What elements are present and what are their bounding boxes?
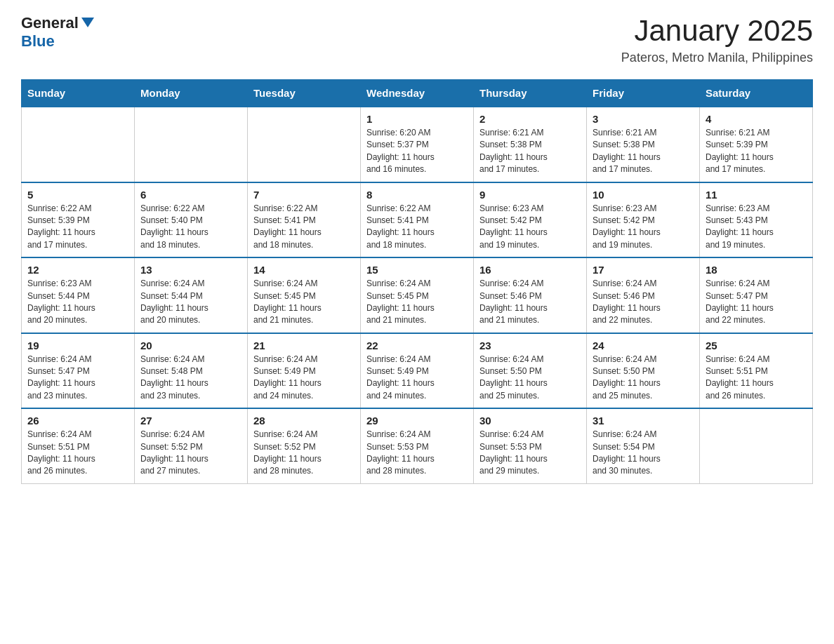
day-number: 7 [253, 189, 355, 201]
day-info: Sunrise: 6:24 AMSunset: 5:53 PMDaylight:… [366, 429, 468, 478]
table-row: 14Sunrise: 6:24 AMSunset: 5:45 PMDayligh… [248, 257, 361, 333]
table-row: 15Sunrise: 6:24 AMSunset: 5:45 PMDayligh… [361, 257, 474, 333]
day-number: 5 [27, 189, 128, 201]
table-row: 30Sunrise: 6:24 AMSunset: 5:53 PMDayligh… [474, 408, 587, 483]
table-row [22, 107, 135, 182]
day-number: 20 [140, 340, 241, 351]
day-number: 9 [479, 189, 581, 201]
day-info: Sunrise: 6:22 AMSunset: 5:41 PMDaylight:… [366, 203, 468, 252]
day-number: 2 [479, 113, 581, 125]
day-info: Sunrise: 6:24 AMSunset: 5:51 PMDaylight:… [706, 354, 807, 403]
day-number: 14 [253, 264, 355, 276]
table-row: 27Sunrise: 6:24 AMSunset: 5:52 PMDayligh… [135, 408, 248, 483]
table-row: 25Sunrise: 6:24 AMSunset: 5:51 PMDayligh… [700, 333, 813, 409]
month-year-title: January 2025 [621, 14, 813, 48]
col-tuesday: Tuesday [248, 80, 361, 107]
calendar-table: Sunday Monday Tuesday Wednesday Thursday… [21, 79, 813, 484]
table-row: 31Sunrise: 6:24 AMSunset: 5:54 PMDayligh… [587, 408, 700, 483]
day-number: 10 [593, 189, 694, 201]
table-row: 7Sunrise: 6:22 AMSunset: 5:41 PMDaylight… [248, 182, 361, 258]
day-info: Sunrise: 6:21 AMSunset: 5:38 PMDaylight:… [593, 127, 694, 176]
day-info: Sunrise: 6:23 AMSunset: 5:43 PMDaylight:… [706, 203, 807, 252]
table-row: 17Sunrise: 6:24 AMSunset: 5:46 PMDayligh… [587, 257, 700, 333]
logo-blue-text: Blue [21, 32, 55, 51]
calendar-week-row: 5Sunrise: 6:22 AMSunset: 5:39 PMDaylight… [22, 182, 813, 258]
day-info: Sunrise: 6:21 AMSunset: 5:39 PMDaylight:… [706, 127, 807, 176]
day-info: Sunrise: 6:24 AMSunset: 5:47 PMDaylight:… [27, 354, 128, 403]
day-info: Sunrise: 6:23 AMSunset: 5:42 PMDaylight:… [479, 203, 581, 252]
day-number: 16 [479, 264, 581, 276]
table-row: 11Sunrise: 6:23 AMSunset: 5:43 PMDayligh… [700, 182, 813, 258]
logo: General Blue [21, 14, 95, 51]
table-row: 29Sunrise: 6:24 AMSunset: 5:53 PMDayligh… [361, 408, 474, 483]
table-row: 20Sunrise: 6:24 AMSunset: 5:48 PMDayligh… [135, 333, 248, 409]
table-row: 18Sunrise: 6:24 AMSunset: 5:47 PMDayligh… [700, 257, 813, 333]
table-row: 22Sunrise: 6:24 AMSunset: 5:49 PMDayligh… [361, 333, 474, 409]
table-row [135, 107, 248, 182]
day-info: Sunrise: 6:24 AMSunset: 5:44 PMDaylight:… [140, 278, 241, 327]
table-row: 16Sunrise: 6:24 AMSunset: 5:46 PMDayligh… [474, 257, 587, 333]
day-number: 8 [366, 189, 468, 201]
table-row: 26Sunrise: 6:24 AMSunset: 5:51 PMDayligh… [22, 408, 135, 483]
day-number: 6 [140, 189, 241, 201]
table-row: 8Sunrise: 6:22 AMSunset: 5:41 PMDaylight… [361, 182, 474, 258]
table-row: 5Sunrise: 6:22 AMSunset: 5:39 PMDaylight… [22, 182, 135, 258]
day-info: Sunrise: 6:24 AMSunset: 5:46 PMDaylight:… [479, 278, 581, 327]
day-info: Sunrise: 6:20 AMSunset: 5:37 PMDaylight:… [366, 127, 468, 176]
calendar-week-row: 12Sunrise: 6:23 AMSunset: 5:44 PMDayligh… [22, 257, 813, 333]
day-info: Sunrise: 6:24 AMSunset: 5:47 PMDaylight:… [706, 278, 807, 327]
day-info: Sunrise: 6:24 AMSunset: 5:52 PMDaylight:… [253, 429, 355, 478]
table-row: 19Sunrise: 6:24 AMSunset: 5:47 PMDayligh… [22, 333, 135, 409]
table-row: 12Sunrise: 6:23 AMSunset: 5:44 PMDayligh… [22, 257, 135, 333]
table-row: 28Sunrise: 6:24 AMSunset: 5:52 PMDayligh… [248, 408, 361, 483]
day-info: Sunrise: 6:24 AMSunset: 5:50 PMDaylight:… [593, 354, 694, 403]
table-row: 24Sunrise: 6:24 AMSunset: 5:50 PMDayligh… [587, 333, 700, 409]
day-number: 15 [366, 264, 468, 276]
day-info: Sunrise: 6:24 AMSunset: 5:51 PMDaylight:… [27, 429, 128, 478]
col-thursday: Thursday [474, 80, 587, 107]
day-info: Sunrise: 6:24 AMSunset: 5:46 PMDaylight:… [593, 278, 694, 327]
day-number: 11 [706, 189, 807, 201]
col-friday: Friday [587, 80, 700, 107]
day-info: Sunrise: 6:22 AMSunset: 5:39 PMDaylight:… [27, 203, 128, 252]
calendar-header: Sunday Monday Tuesday Wednesday Thursday… [22, 80, 813, 107]
day-number: 12 [27, 264, 128, 276]
day-number: 17 [593, 264, 694, 276]
day-info: Sunrise: 6:24 AMSunset: 5:45 PMDaylight:… [253, 278, 355, 327]
table-row: 10Sunrise: 6:23 AMSunset: 5:42 PMDayligh… [587, 182, 700, 258]
day-number: 26 [27, 415, 128, 427]
day-info: Sunrise: 6:24 AMSunset: 5:49 PMDaylight:… [366, 354, 468, 403]
day-info: Sunrise: 6:23 AMSunset: 5:42 PMDaylight:… [593, 203, 694, 252]
table-row [248, 107, 361, 182]
table-row: 4Sunrise: 6:21 AMSunset: 5:39 PMDaylight… [700, 107, 813, 182]
day-number: 3 [593, 113, 694, 125]
day-number: 22 [366, 340, 468, 351]
svg-marker-0 [81, 18, 94, 27]
table-row: 21Sunrise: 6:24 AMSunset: 5:49 PMDayligh… [248, 333, 361, 409]
page-header: General Blue January 2025 Pateros, Metro… [21, 14, 813, 65]
day-info: Sunrise: 6:23 AMSunset: 5:44 PMDaylight:… [27, 278, 128, 327]
table-row: 2Sunrise: 6:21 AMSunset: 5:38 PMDaylight… [474, 107, 587, 182]
day-info: Sunrise: 6:21 AMSunset: 5:38 PMDaylight:… [479, 127, 581, 176]
day-info: Sunrise: 6:24 AMSunset: 5:50 PMDaylight:… [479, 354, 581, 403]
day-number: 25 [706, 340, 807, 351]
table-row [700, 408, 813, 483]
table-row: 23Sunrise: 6:24 AMSunset: 5:50 PMDayligh… [474, 333, 587, 409]
table-row: 13Sunrise: 6:24 AMSunset: 5:44 PMDayligh… [135, 257, 248, 333]
day-number: 21 [253, 340, 355, 351]
day-number: 13 [140, 264, 241, 276]
day-number: 4 [706, 113, 807, 125]
table-row: 9Sunrise: 6:23 AMSunset: 5:42 PMDaylight… [474, 182, 587, 258]
day-number: 29 [366, 415, 468, 427]
day-info: Sunrise: 6:24 AMSunset: 5:45 PMDaylight:… [366, 278, 468, 327]
day-number: 19 [27, 340, 128, 351]
table-row: 3Sunrise: 6:21 AMSunset: 5:38 PMDaylight… [587, 107, 700, 182]
day-number: 23 [479, 340, 581, 351]
day-info: Sunrise: 6:24 AMSunset: 5:49 PMDaylight:… [253, 354, 355, 403]
days-header-row: Sunday Monday Tuesday Wednesday Thursday… [22, 80, 813, 107]
day-info: Sunrise: 6:22 AMSunset: 5:41 PMDaylight:… [253, 203, 355, 252]
day-number: 18 [706, 264, 807, 276]
table-row: 6Sunrise: 6:22 AMSunset: 5:40 PMDaylight… [135, 182, 248, 258]
col-monday: Monday [135, 80, 248, 107]
col-sunday: Sunday [22, 80, 135, 107]
